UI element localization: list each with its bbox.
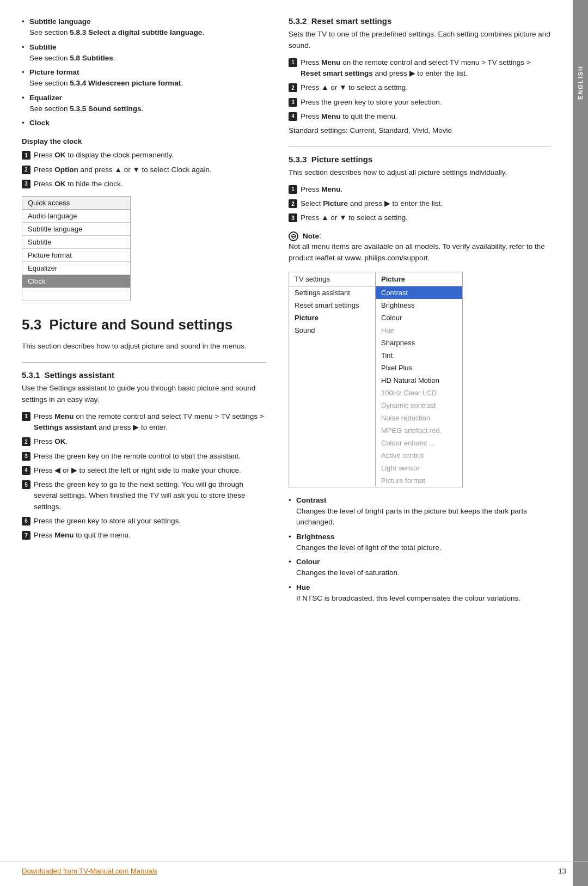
ts-row-5: Sharpness	[289, 337, 462, 349]
section-533-title: 5.3.3 Picture settings	[289, 155, 551, 164]
ts-right-5: Sharpness	[376, 337, 462, 349]
s532-step-4: 4 Press Menu to quit the menu.	[289, 111, 551, 122]
ts-row-1: Settings assistant Contrast	[289, 286, 462, 299]
footer-link[interactable]: Downloaded from TV-Manual.com Manuals	[22, 867, 157, 875]
s532-step-1-text: Press Menu on the remote control and sel…	[301, 57, 551, 80]
section-532-number: 5.3.2	[289, 16, 311, 26]
ts-left-16	[289, 474, 376, 487]
s532-num-4: 4	[289, 112, 297, 121]
s531-step-4-text: Press ◀ or ▶ to select the left or right…	[34, 465, 267, 476]
clock-step-3-text: Press OK to hide the clock.	[34, 179, 267, 190]
s531-num-4: 4	[22, 466, 30, 475]
s531-num-5: 5	[22, 480, 30, 489]
hue-label: Hue	[296, 583, 310, 591]
s531-num-6: 6	[22, 517, 30, 526]
s532-num-3: 3	[289, 98, 297, 107]
s531-step-7-text: Press Menu to quit the menu.	[34, 530, 267, 541]
list-item-equalizer: Equalizer See section 5.3.5 Sound settin…	[22, 93, 267, 115]
equalizer-label: Equalizer	[29, 94, 62, 102]
contrast-detail: Changes the level of bright parts in the…	[296, 507, 527, 526]
s531-step-3-text: Press the green key on the remote contro…	[34, 451, 267, 462]
right-column: 5.3.2 Reset smart settings Sets the TV t…	[283, 16, 551, 864]
ts-right-8: HD Natural Motion	[376, 374, 462, 387]
ts-left-2: Reset smart settings	[289, 299, 376, 311]
section-533-number: 5.3.3	[289, 155, 311, 164]
clock-step-1: 1 Press OK to display the clock permanen…	[22, 150, 267, 161]
ts-row-14: Active control	[289, 449, 462, 462]
ts-left-11	[289, 412, 376, 424]
ts-right-3: Colour	[376, 311, 462, 324]
s532-step-2: 2 Press ▲ or ▼ to select a setting.	[289, 82, 551, 93]
s533-num-3: 3	[289, 213, 297, 222]
ts-right-1: Contrast	[376, 286, 462, 299]
ts-row-6: Tint	[289, 349, 462, 362]
ts-left-10	[289, 399, 376, 412]
brightness-detail: Changes the level of light of the total …	[296, 543, 441, 552]
footer: Downloaded from TV-Manual.com Manuals 13	[0, 861, 588, 875]
ts-right-7: Pixel Plus	[376, 362, 462, 374]
note-label: Note	[303, 232, 319, 240]
step-num-2: 2	[22, 166, 30, 174]
s531-num-7: 7	[22, 531, 30, 540]
ts-row-9: 100Hz Clear LCD	[289, 387, 462, 399]
s533-step-3-text: Press ▲ or ▼ to select a setting.	[301, 212, 551, 223]
ts-col1-header: TV settings	[289, 272, 376, 286]
list-item-picture-format: Picture format See section 5.3.4 Widescr…	[22, 67, 267, 89]
ts-left-12	[289, 424, 376, 437]
subtitle-language-label: Subtitle language	[29, 17, 91, 26]
ts-header-row: TV settings Picture	[289, 272, 462, 286]
colour-detail: Changes the level of saturation.	[296, 569, 400, 577]
ts-left-14	[289, 449, 376, 462]
ts-row-8: HD Natural Motion	[289, 374, 462, 387]
ts-right-14: Active control	[376, 449, 462, 462]
ts-right-9: 100Hz Clear LCD	[376, 387, 462, 399]
ts-right-4: Hue	[376, 324, 462, 337]
s532-note: Standard settings: Current, Standard, Vi…	[289, 125, 551, 137]
s531-step-6: 6 Press the green key to store all your …	[22, 516, 267, 527]
divider-533	[289, 146, 551, 147]
list-item-subtitle: Subtitle See section 5.8 Subtitles.	[22, 42, 267, 64]
ts-left-15	[289, 462, 376, 474]
section-531-title: 5.3.1 Settings assistant	[22, 370, 267, 380]
section-53-number: 5.3	[22, 316, 50, 333]
quick-access-table: Quick access Audio language Subtitle lan…	[22, 196, 131, 301]
s533-step-1-text: Press Menu.	[301, 184, 551, 195]
s531-step-7: 7 Press Menu to quit the menu.	[22, 530, 267, 541]
ts-left-9	[289, 387, 376, 399]
ts-left-13	[289, 437, 376, 449]
section-531-intro: Use the Settings assistant to guide you …	[22, 383, 267, 406]
qa-clock: Clock	[22, 275, 130, 288]
quick-access-header: Quick access	[22, 197, 130, 210]
picture-item-hue: Hue If NTSC is broadcasted, this level c…	[289, 582, 551, 604]
sidebar-tab: ENGLISH	[573, 0, 588, 886]
ts-row-3: Picture Colour	[289, 311, 462, 324]
brightness-label: Brightness	[296, 533, 335, 541]
s532-step-3: 3 Press the green key to store your sele…	[289, 97, 551, 108]
ts-left-4: Sound	[289, 324, 376, 337]
ts-row-4: Sound Hue	[289, 324, 462, 337]
picture-bullet-list: Contrast Changes the level of bright par…	[289, 495, 551, 604]
ts-row-13: Colour enhanc ...	[289, 437, 462, 449]
qa-subtitle: Subtitle	[22, 236, 130, 249]
equalizer-detail: See section 5.3.5 Sound settings.	[29, 105, 143, 113]
clock-step-3: 3 Press OK to hide the clock.	[22, 179, 267, 190]
s532-step-3-text: Press the green key to store your select…	[301, 97, 551, 108]
s532-step-2-text: Press ▲ or ▼ to select a setting.	[301, 82, 551, 93]
s531-num-3: 3	[22, 452, 30, 461]
s533-step-2: 2 Select Picture and press ▶ to enter th…	[289, 198, 551, 209]
ts-row-7: Pixel Plus	[289, 362, 462, 374]
qa-subtitle-language: Subtitle language	[22, 223, 130, 236]
clock-step-2-text: Press Option and press ▲ or ▼ to select …	[34, 164, 267, 175]
ts-row-10: Dynamic contrast	[289, 399, 462, 412]
note-block: ⊖ Note: Not all menu items are available…	[289, 231, 551, 264]
picture-format-detail: See section 5.3.4 Widescreen picture for…	[29, 79, 183, 87]
ts-row-16: Picture format	[289, 474, 462, 487]
section-532-intro: Sets the TV to one of the predefined set…	[289, 29, 551, 52]
picture-item-colour: Colour Changes the level of saturation.	[289, 557, 551, 579]
ts-right-10: Dynamic contrast	[376, 399, 462, 412]
s533-num-1: 1	[289, 185, 297, 194]
list-item-clock: Clock	[22, 118, 267, 129]
display-clock-header: Display the clock	[22, 137, 267, 145]
clock-step-2: 2 Press Option and press ▲ or ▼ to selec…	[22, 164, 267, 175]
qa-equalizer: Equalizer	[22, 262, 130, 275]
